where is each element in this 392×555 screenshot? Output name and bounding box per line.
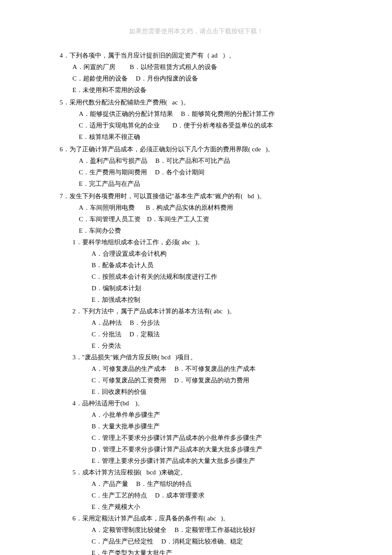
sub-question-3-stem: 3．"废品损失"账户借方应反映( bcd )项目。 <box>72 352 332 363</box>
sub-question-2-stem: 2．下列方法中，属于产品成本计算的基本方法有( abc )。 <box>72 306 332 317</box>
sub-question-4-option-c: C．管理上不要求分步骤计算产品成本的小批单件多步骤生产 <box>92 432 332 444</box>
sub-question-2-option-row-cd: C．分批法 D．定额法 <box>92 329 332 340</box>
question-5: 5．采用代数分配法分配辅助生产费用( ac )。 A．能够提供正确的分配计算结果… <box>60 97 332 143</box>
sub-question-3: 3．"废品损失"账户借方应反映( bcd )项目。 A．可修复废品的生产成本 B… <box>72 352 332 398</box>
sub-question-4-stem: 4．品种法适用于(bd )。 <box>72 398 332 409</box>
sub-question-1-stem: 1．要科学地组织成本会计工作，必须( abc )。 <box>72 237 332 248</box>
sub-question-1-option-c: C．按照成本会计有关的法规和制度进行工作 <box>92 271 332 283</box>
question-7: 7．发生下列各项费用时，可以直接借记"基本生产成本"账户的有( bd )。 A．… <box>60 191 332 555</box>
question-7-option-row-ab: A．车间照明用电费 B．构成产品实体的原材料费用 <box>79 202 332 214</box>
sub-question-1-option-b: B．配备成本会计人员 <box>92 260 332 271</box>
sub-question-6-option-row-ab: A．定额管理制度比较健全 B．定额管理工作基础比较好 <box>92 524 332 536</box>
question-6-option-row-e: E．完工产品与在产品 <box>79 178 332 190</box>
sub-question-4: 4．品种法适用于(bd )。 A．小批单件单步骤生产 B．大量大批单步骤生产 C… <box>72 398 332 467</box>
question-6-option-row-cd: C．生产费用与期间费用 D．各个会计期间 <box>79 167 332 178</box>
question-6: 6．为了正确计算产品成本，必须正确划分以下几个方面的费用界限( cde )。 A… <box>60 144 332 190</box>
sub-question-4-option-b: B．大量大批单步骤生产 <box>92 421 332 432</box>
sub-question-2-option-row-e: E．分类法 <box>92 340 332 352</box>
sub-question-6-stem: 6．采用定额法计算产品成本，应具备的条件有( abc )。 <box>72 513 332 524</box>
question-4-option-row-ab: A．闲置的厂房 B．以经营租赁方式租人的设备 <box>72 61 332 73</box>
question-7-stem: 7．发生下列各项费用时，可以直接借记"基本生产成本"账户的有( bd )。 <box>60 191 332 202</box>
sub-question-2-option-row-ab: A．品种法 B．分步法 <box>92 317 332 329</box>
question-7-option-row-e: E．车间办公费 <box>79 225 332 237</box>
sub-question-5-option-row-cd: C．生产工艺的特点 D．成本管理要求 <box>92 490 332 501</box>
question-7-option-row-cd: C．车间管理人员工资 D．车间生产工人工资 <box>79 214 332 225</box>
sub-question-5-option-row-ab: A．产品产量 B．生产组织的特点 <box>92 478 332 490</box>
sub-question-4-option-d: D．管理上不要求分步骤计算产品成本的大量大批多步骤生产 <box>92 444 332 455</box>
question-4-stem: 4．下列各项中，属于当月应计提折旧的固定资产有（ ad ）。 <box>60 50 332 61</box>
sub-question-5: 5．成本计算方法应根据( bcd )来确定。 A．产品产量 B．生产组织的特点 … <box>72 467 332 513</box>
question-6-option-row-ab: A．盈利产品和亏损产品 B．可比产品和不可比产品 <box>79 155 332 167</box>
question-5-option-row-cd: C．适用于实现电算化的企业 D．便于分析考核各受益单位的成本 <box>79 120 332 131</box>
sub-question-4-option-a: A．小批单件单步骤生产 <box>92 409 332 421</box>
sub-question-3-option-row-e: E．回收废料的价值 <box>92 386 332 398</box>
sub-question-1-option-a: A．合理设置成本会计机构 <box>92 248 332 260</box>
sub-question-1-option-e: E．加强成本控制 <box>92 294 332 306</box>
sub-question-6-option-row-e: E．生产类型为大量大批生产 <box>92 547 332 555</box>
sub-question-5-option-row-e: E．生产规模大小 <box>92 501 332 513</box>
question-4-option-row-cd: C．超龄使用的设备 D．月份内报废的设备 <box>72 73 332 84</box>
sub-question-6-option-row-cd: C．产品生产已经定性 D．消耗定额比较准确、稳定 <box>92 536 332 547</box>
sub-question-4-option-e: E．管理上要求分步骤计算产品成本的大量大批多步骤生产 <box>92 455 332 467</box>
sub-question-3-option-row-cd: C．可修复废品的工资费用 D．可修复废品的动力费用 <box>92 375 332 386</box>
document-page: 如果您需要使用本文档，请点击下载按钮下载！ 4．下列各项中，属于当月应计提折旧的… <box>0 0 392 555</box>
sub-question-6: 6．采用定额法计算产品成本，应具备的条件有( abc )。 A．定额管理制度比较… <box>72 513 332 555</box>
sub-question-5-stem: 5．成本计算方法应根据( bcd )来确定。 <box>72 467 332 478</box>
sub-question-1-option-d: D．编制成本计划 <box>92 283 332 294</box>
question-4: 4．下列各项中，属于当月应计提折旧的固定资产有（ ad ）。 A．闲置的厂房 B… <box>60 50 332 96</box>
sub-question-3-option-row-ab: A．可修复废品的生产成本 B．不可修复废品的生产成本 <box>92 363 332 375</box>
sub-question-1: 1．要科学地组织成本会计工作，必须( abc )。 A．合理设置成本会计机构 B… <box>72 237 332 306</box>
question-6-stem: 6．为了正确计算产品成本，必须正确划分以下几个方面的费用界限( cde )。 <box>60 144 332 155</box>
question-5-option-row-ab: A．能够提供正确的分配计算结果 B．能够简化费用的分配计算工作 <box>79 108 332 120</box>
sub-question-2: 2．下列方法中，属于产品成本计算的基本方法有( abc )。 A．品种法 B．分… <box>72 306 332 352</box>
question-5-stem: 5．采用代数分配法分配辅助生产费用( ac )。 <box>60 97 332 108</box>
header-download-note: 如果您需要使用本文档，请点击下载按钮下载！ <box>60 26 332 37</box>
question-4-option-row-e: E．未使用和不需用的设备 <box>72 84 332 96</box>
question-5-option-row-e: E．核算结果不很正确 <box>79 131 332 143</box>
